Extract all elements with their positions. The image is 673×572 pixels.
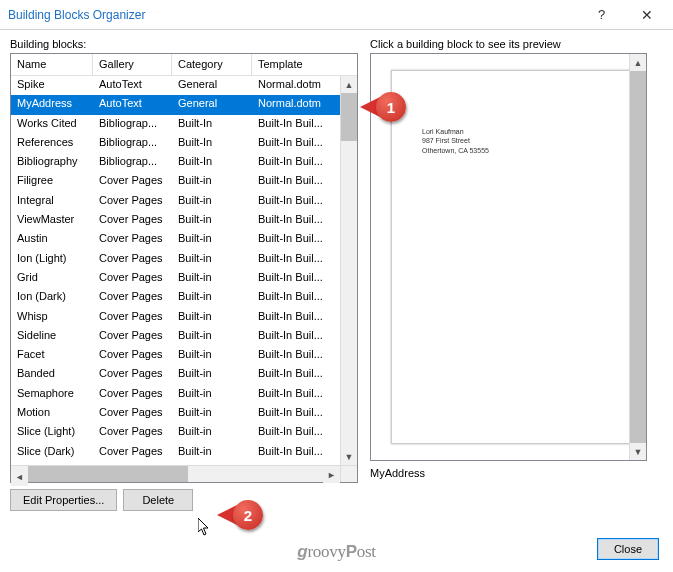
col-category[interactable]: Category: [172, 54, 252, 75]
cell-gallery: Cover Pages: [93, 288, 172, 307]
cell-category: Built-in: [172, 404, 252, 423]
table-row[interactable]: FacetCover PagesBuilt-inBuilt-In Buil...: [11, 346, 357, 365]
col-name[interactable]: Name: [11, 54, 93, 75]
cell-gallery: Bibliograp...: [93, 153, 172, 172]
scroll-corner: [340, 465, 357, 482]
cell-name: Austin: [11, 230, 93, 249]
preview-scroll-thumb[interactable]: [630, 71, 646, 443]
preview-document: Lori Kaufman 987 First Street Othertown,…: [391, 70, 630, 444]
window-close-button[interactable]: ✕: [624, 1, 669, 29]
cell-name: Whisp: [11, 308, 93, 327]
cell-category: Built-in: [172, 250, 252, 269]
table-row[interactable]: Ion (Dark)Cover PagesBuilt-inBuilt-In Bu…: [11, 288, 357, 307]
horizontal-scrollbar[interactable]: ◄ ►: [11, 465, 340, 482]
hscroll-thumb[interactable]: [28, 466, 188, 482]
table-row[interactable]: Works CitedBibliograp...Built-InBuilt-In…: [11, 115, 357, 134]
cell-name: Facet: [11, 346, 93, 365]
table-row[interactable]: MotionCover PagesBuilt-inBuilt-In Buil..…: [11, 404, 357, 423]
scroll-right-icon[interactable]: ►: [323, 466, 340, 483]
cell-gallery: Bibliograp...: [93, 115, 172, 134]
building-blocks-table: Name Gallery Category Template SpikeAuto…: [10, 53, 358, 483]
preview-line: 987 First Street: [422, 136, 489, 145]
cell-category: Built-in: [172, 346, 252, 365]
edit-properties-button[interactable]: Edit Properties...: [10, 489, 117, 511]
table-row[interactable]: Slice (Dark)Cover PagesBuilt-inBuilt-In …: [11, 443, 357, 462]
table-row[interactable]: Slice (Light)Cover PagesBuilt-inBuilt-In…: [11, 423, 357, 442]
cell-gallery: Bibliograp...: [93, 134, 172, 153]
table-row[interactable]: Ion (Light)Cover PagesBuilt-inBuilt-In B…: [11, 250, 357, 269]
cell-category: Built-in: [172, 385, 252, 404]
preview-pane: Lori Kaufman 987 First Street Othertown,…: [370, 53, 647, 461]
cell-gallery: Cover Pages: [93, 404, 172, 423]
cell-category: Built-in: [172, 423, 252, 442]
cell-name: Ion (Dark): [11, 288, 93, 307]
cell-name: ViewMaster: [11, 211, 93, 230]
cell-gallery: Cover Pages: [93, 365, 172, 384]
col-gallery[interactable]: Gallery: [93, 54, 172, 75]
watermark-logo: groovyPost: [297, 542, 375, 562]
window-title: Building Blocks Organizer: [8, 8, 579, 22]
cell-gallery: Cover Pages: [93, 230, 172, 249]
cell-name: MyAddress: [11, 95, 93, 114]
scroll-down-icon[interactable]: ▼: [341, 448, 357, 465]
scroll-left-icon[interactable]: ◄: [11, 469, 28, 486]
cell-gallery: Cover Pages: [93, 385, 172, 404]
cell-name: Sideline: [11, 327, 93, 346]
scroll-thumb[interactable]: [341, 93, 357, 141]
table-row[interactable]: SidelineCover PagesBuilt-inBuilt-In Buil…: [11, 327, 357, 346]
close-button[interactable]: Close: [597, 538, 659, 560]
cell-gallery: AutoText: [93, 95, 172, 114]
cell-name: Ion (Light): [11, 250, 93, 269]
cell-category: Built-in: [172, 327, 252, 346]
table-row[interactable]: BandedCover PagesBuilt-inBuilt-In Buil..…: [11, 365, 357, 384]
cell-category: Built-in: [172, 269, 252, 288]
table-header: Name Gallery Category Template: [11, 54, 357, 76]
scroll-up-icon[interactable]: ▲: [341, 76, 357, 93]
table-row[interactable]: AustinCover PagesBuilt-inBuilt-In Buil..…: [11, 230, 357, 249]
cell-name: Grid: [11, 269, 93, 288]
cell-name: Works Cited: [11, 115, 93, 134]
preview-scroll-up-icon[interactable]: ▲: [630, 54, 646, 71]
preview-hint: Click a building block to see its previe…: [370, 38, 663, 50]
building-blocks-label: Building blocks:: [10, 38, 358, 50]
cell-category: Built-In: [172, 134, 252, 153]
table-row[interactable]: ReferencesBibliograp...Built-InBuilt-In …: [11, 134, 357, 153]
table-row[interactable]: SpikeAutoTextGeneralNormal.dotm: [11, 76, 357, 95]
cell-category: General: [172, 95, 252, 114]
cell-category: Built-In: [172, 115, 252, 134]
cell-gallery: Cover Pages: [93, 269, 172, 288]
preview-scroll-down-icon[interactable]: ▼: [630, 443, 646, 460]
cell-category: Built-in: [172, 308, 252, 327]
cell-name: Slice (Light): [11, 423, 93, 442]
col-template[interactable]: Template: [252, 54, 357, 75]
cell-name: Banded: [11, 365, 93, 384]
table-row[interactable]: MyAddressAutoTextGeneralNormal.dotm: [11, 95, 357, 114]
cell-gallery: Cover Pages: [93, 308, 172, 327]
delete-button[interactable]: Delete: [123, 489, 193, 511]
preview-scrollbar[interactable]: ▲ ▼: [629, 54, 646, 460]
cell-category: General: [172, 76, 252, 95]
table-row[interactable]: BibliographyBibliograp...Built-InBuilt-I…: [11, 153, 357, 172]
cell-category: Built-In: [172, 153, 252, 172]
cell-name: Motion: [11, 404, 93, 423]
table-row[interactable]: GridCover PagesBuilt-inBuilt-In Buil...: [11, 269, 357, 288]
cell-gallery: Cover Pages: [93, 327, 172, 346]
preview-line: Othertown, CA 53555: [422, 146, 489, 155]
cell-gallery: Cover Pages: [93, 250, 172, 269]
cell-gallery: Cover Pages: [93, 172, 172, 191]
cell-category: Built-in: [172, 365, 252, 384]
cell-gallery: AutoText: [93, 76, 172, 95]
table-row[interactable]: IntegralCover PagesBuilt-inBuilt-In Buil…: [11, 192, 357, 211]
table-row[interactable]: WhispCover PagesBuilt-inBuilt-In Buil...: [11, 308, 357, 327]
cell-name: Bibliography: [11, 153, 93, 172]
cell-name: Semaphore: [11, 385, 93, 404]
table-row[interactable]: ViewMasterCover PagesBuilt-inBuilt-In Bu…: [11, 211, 357, 230]
help-button[interactable]: ?: [579, 1, 624, 29]
table-row[interactable]: SemaphoreCover PagesBuilt-inBuilt-In Bui…: [11, 385, 357, 404]
cell-gallery: Cover Pages: [93, 192, 172, 211]
cell-name: References: [11, 134, 93, 153]
cell-name: Slice (Dark): [11, 443, 93, 462]
vertical-scrollbar[interactable]: ▲ ▼: [340, 76, 357, 465]
table-row[interactable]: FiligreeCover PagesBuilt-inBuilt-In Buil…: [11, 172, 357, 191]
cell-category: Built-in: [172, 288, 252, 307]
